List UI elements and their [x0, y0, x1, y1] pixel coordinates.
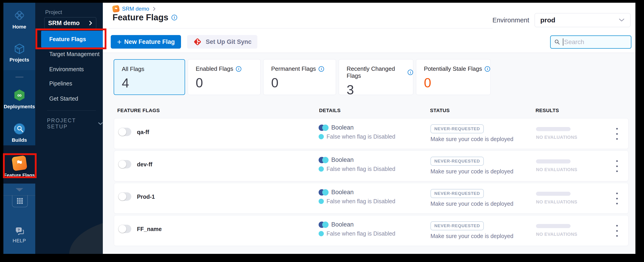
flag-results: NO EVALUATIONS	[536, 224, 577, 237]
results-note: NO EVALUATIONS	[536, 167, 577, 172]
stat-card-recently-changed-flags[interactable]: Recently Changed Flags 3	[339, 59, 413, 95]
search-icon	[554, 39, 560, 46]
sidebar-item-pipelines[interactable]: Pipelines	[35, 80, 103, 87]
row-menu-button[interactable]	[612, 160, 622, 172]
harness-flag-icon	[112, 5, 120, 13]
row-menu-button[interactable]	[612, 192, 622, 204]
project-label: Project	[45, 9, 62, 15]
title-info-icon[interactable]	[172, 15, 177, 20]
row-menu-button[interactable]	[612, 225, 622, 237]
environment-select[interactable]: prod	[535, 13, 630, 27]
flag-type: Boolean	[331, 189, 354, 196]
help-label: HELP	[13, 238, 26, 244]
boolean-type-icon	[318, 124, 329, 131]
sidebar-item-environments[interactable]: Environments	[35, 66, 103, 72]
stat-card-all-flags[interactable]: All Flags 4	[114, 59, 185, 95]
status-note: Make sure your code is deployed	[430, 200, 514, 207]
home-icon	[13, 9, 26, 22]
help-button[interactable]: ? HELP	[4, 227, 35, 244]
sidebar-item-label: Target Management	[49, 51, 100, 57]
breadcrumb-project-link[interactable]: SRM demo	[122, 6, 149, 12]
flag-name: FF_name	[137, 226, 162, 232]
page-header: SRM demo Feature Flags Environment prod …	[103, 3, 636, 53]
builds-icon	[13, 123, 26, 135]
table-header-row: FEATURE FLAGS DETAILS STATUS RESULTS	[114, 108, 636, 114]
progress-bar	[536, 159, 570, 164]
search-box	[550, 36, 631, 48]
flag-name: dev-ff	[137, 161, 152, 168]
toggle-knob	[118, 160, 126, 168]
status-note: Make sure your code is deployed	[430, 233, 514, 240]
project-setup-label: PROJECT SETUP	[47, 118, 89, 130]
plus-icon: +	[117, 38, 122, 46]
table-row-prod-1[interactable]: Prod-1 Boolean False when flag is Disabl…	[114, 183, 628, 214]
search-input[interactable]	[564, 38, 628, 46]
nav-item-deployments[interactable]: ∞ Deployments	[4, 89, 35, 110]
deployments-icon: ∞	[13, 89, 26, 102]
table-row-ff-name[interactable]: FF_name Boolean False when flag is Disab…	[114, 216, 628, 246]
git-sync-label: Set Up Git Sync	[206, 38, 252, 46]
sidebar-item-target-management[interactable]: Target Management	[35, 51, 103, 58]
project-setup-section[interactable]: PROJECT SETUP	[47, 118, 103, 130]
info-icon[interactable]	[318, 66, 324, 72]
progress-bar	[536, 224, 570, 228]
sidebar-item-feature-flags[interactable]: Feature Flags	[41, 31, 103, 48]
chevron-down-icon	[618, 18, 625, 22]
environment-label: Environment	[492, 16, 529, 24]
stat-card-potentially-stale-flags[interactable]: Potentially Stale Flags 0	[416, 59, 490, 95]
flag-toggle[interactable]	[118, 225, 131, 233]
collapse-triangle-icon[interactable]	[16, 188, 23, 192]
flag-toggle[interactable]	[118, 160, 131, 168]
flag-toggle[interactable]	[118, 128, 131, 136]
module-grid-button[interactable]	[12, 195, 28, 207]
stat-label: All Flags	[122, 66, 144, 72]
flag-status: NEVER-REQUESTED Make sure your code is d…	[430, 221, 514, 240]
sidebar-decoration	[69, 218, 103, 254]
variation-dot-icon	[318, 134, 324, 139]
info-icon[interactable]	[236, 66, 241, 72]
project-selector[interactable]: SRM demo	[44, 17, 96, 29]
nav-item-projects[interactable]: Projects	[4, 43, 35, 63]
content-area: All Flags 4 Enabled Flags 0 Permanent Fl…	[103, 53, 636, 254]
git-sync-icon	[193, 37, 202, 46]
nav-item-home[interactable]: Home	[4, 9, 35, 30]
stat-card-permanent-flags[interactable]: Permanent Flags 0	[263, 59, 336, 95]
flag-details: Boolean False when flag is Disabled	[318, 156, 395, 172]
new-feature-flag-button[interactable]: + New Feature Flag	[111, 35, 181, 48]
table-row-qa-ff[interactable]: qa-ff Boolean False when flag is Disable…	[114, 118, 628, 149]
feature-flags-icon	[11, 155, 27, 171]
stat-value: 0	[424, 75, 490, 90]
nav-item-feature-flags[interactable]: Feature Flags	[4, 156, 35, 178]
info-icon[interactable]	[485, 66, 490, 72]
stat-label: Potentially Stale Flags	[424, 65, 482, 72]
table-row-dev-ff[interactable]: dev-ff Boolean False when flag is Disabl…	[114, 151, 628, 181]
column-header-feature-flags: FEATURE FLAGS	[117, 108, 160, 114]
variation-dot-icon	[318, 166, 324, 172]
svg-text:?: ?	[18, 228, 20, 232]
stat-value: 3	[347, 82, 413, 97]
column-header-status: STATUS	[430, 108, 450, 114]
breadcrumb-chevron-icon	[153, 6, 156, 11]
app-frame: Home Projects ∞ Deployments	[4, 3, 636, 254]
stat-label: Permanent Flags	[271, 65, 316, 72]
set-up-git-sync-button[interactable]: Set Up Git Sync	[187, 35, 257, 48]
nav-item-builds[interactable]: Builds	[4, 123, 35, 143]
flag-results: NO EVALUATIONS	[536, 192, 577, 204]
flag-name: Prod-1	[137, 194, 155, 200]
boolean-type-icon	[318, 157, 329, 164]
sidebar-item-label: Environments	[49, 66, 84, 72]
flag-toggle[interactable]	[118, 192, 131, 201]
nav-label-builds: Builds	[12, 137, 27, 143]
sidebar-item-get-started[interactable]: Get Started	[35, 96, 103, 102]
sidebar-item-label: Pipelines	[49, 80, 72, 86]
info-icon[interactable]	[408, 70, 413, 75]
column-header-details: DETAILS	[319, 108, 340, 114]
status-badge: NEVER-REQUESTED	[430, 157, 484, 166]
title-row: Feature Flags	[112, 13, 177, 22]
stat-card-enabled-flags[interactable]: Enabled Flags 0	[188, 59, 260, 95]
flag-details: Boolean False when flag is Disabled	[318, 189, 395, 204]
breadcrumb: SRM demo	[112, 6, 156, 12]
flag-details: Boolean False when flag is Disabled	[318, 221, 395, 237]
row-menu-button[interactable]	[612, 128, 622, 140]
flag-type: Boolean	[331, 124, 354, 131]
